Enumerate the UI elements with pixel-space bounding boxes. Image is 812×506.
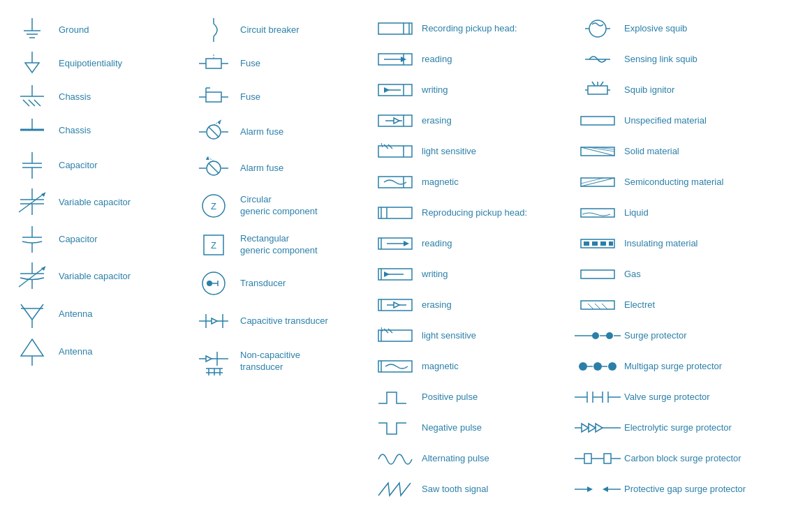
- row-alarm-fuse2: Alarm fuse: [189, 151, 370, 186]
- svg-rect-158: [609, 241, 613, 246]
- transducer-icon: [193, 268, 235, 299]
- row-valve-surge-protector: Valve surge protector: [573, 382, 812, 412]
- row-equipotientiality: Equipotientiality: [7, 47, 189, 80]
- svg-rect-187: [584, 454, 591, 463]
- explosive-squib-label: Explosive squib: [624, 23, 687, 35]
- capacitor1-label: Capacitor: [59, 160, 98, 172]
- svg-marker-122: [384, 271, 390, 277]
- circuit-breaker-icon: [193, 17, 235, 43]
- svg-marker-53: [217, 119, 223, 125]
- row-capacitor2: Capacitor: [7, 222, 189, 257]
- circular-generic-label: Circulargeneric component: [240, 194, 318, 218]
- svg-line-10: [34, 100, 40, 106]
- liquid-icon: [577, 204, 619, 221]
- column-3: Recording pickup head: reading: [370, 14, 573, 506]
- svg-rect-139: [588, 86, 607, 94]
- erasing2-icon: [374, 295, 416, 315]
- svg-rect-89: [378, 23, 412, 34]
- svg-line-152: [581, 178, 603, 184]
- reading2-label: reading: [422, 238, 452, 250]
- row-sensing-link-squib: Sensing link squib: [573, 45, 812, 74]
- carbon-block-surge-protector-label: Carbon block surge protector: [624, 453, 741, 465]
- sensing-link-squib-icon: [577, 48, 619, 70]
- circular-generic-icon: Z: [193, 191, 235, 221]
- writing2-label: writing: [422, 269, 448, 281]
- recording-pickup-head-label: Recording pickup head:: [422, 23, 517, 35]
- svg-rect-145: [581, 117, 614, 125]
- row-chassis2: Chassis: [7, 114, 189, 147]
- magnetic1-label: magnetic: [422, 177, 459, 188]
- antenna1-icon: [11, 299, 53, 329]
- chassis2-label: Chassis: [59, 125, 91, 137]
- row-insulating-material: Insulating material: [573, 229, 812, 258]
- svg-rect-105: [378, 146, 412, 157]
- svg-point-65: [207, 281, 212, 286]
- svg-text:Z: Z: [211, 240, 216, 251]
- row-squib-ignitor: Squib ignitor: [573, 75, 812, 105]
- sensing-link-squib-label: Sensing link squib: [624, 54, 697, 66]
- chassis2-icon: [11, 117, 53, 144]
- capacitor2-label: Capacitor: [59, 234, 98, 246]
- svg-marker-184: [596, 424, 603, 432]
- surge-protector-label: Surge protector: [624, 330, 687, 342]
- electret-label: Electret: [624, 299, 655, 311]
- row-gas: Gas: [573, 260, 812, 289]
- row-writing1: writing: [370, 75, 573, 105]
- row-alarm-fuse1: Alarm fuse: [189, 114, 370, 149]
- alternating-pulse-label: Alternating pulse: [422, 453, 489, 465]
- row-explosive-squib: Explosive squib: [573, 14, 812, 43]
- writing1-icon: [374, 80, 416, 100]
- row-negative-pulse: Negative pulse: [370, 413, 573, 442]
- reading2-icon: [374, 234, 416, 253]
- alarm-fuse2-icon: [193, 154, 235, 183]
- capacitor1-icon: [11, 151, 53, 180]
- row-multigap-surge-protector: Multigap surge protector: [573, 352, 812, 381]
- liquid-label: Liquid: [624, 207, 649, 219]
- semiconducting-material-icon: [577, 174, 619, 191]
- row-variable-capacitor2: Variable capacitor: [7, 258, 189, 295]
- light-sensitive2-label: light sensitive: [422, 330, 476, 342]
- row-writing2: writing: [370, 260, 573, 289]
- svg-marker-36: [21, 339, 43, 356]
- svg-line-142: [592, 82, 595, 86]
- row-circuit-breaker: Circuit breaker: [189, 14, 370, 46]
- svg-point-135: [589, 20, 606, 37]
- svg-marker-5: [25, 63, 39, 73]
- surge-protector-icon: [577, 327, 619, 344]
- svg-point-169: [579, 362, 587, 371]
- svg-line-109: [381, 143, 383, 147]
- valve-surge-protector-label: Valve surge protector: [624, 392, 710, 403]
- equipotientiality-icon: [11, 50, 53, 77]
- positive-pulse-label: Positive pulse: [422, 392, 478, 403]
- erasing1-icon: [374, 111, 416, 131]
- row-fuse2: Fuse: [189, 81, 370, 113]
- row-surge-protector: Surge protector: [573, 321, 812, 350]
- magnetic2-icon: [374, 357, 416, 376]
- row-carbon-block-surge-protector: Carbon block surge protector: [573, 444, 812, 473]
- reading1-icon: [374, 50, 416, 69]
- row-electrolytic-surge-protector: Electrolytic surge protector: [573, 413, 812, 442]
- svg-rect-44: [206, 92, 221, 102]
- svg-rect-128: [378, 330, 412, 341]
- saw-tooth-icon: [374, 477, 416, 501]
- reading1-label: reading: [422, 54, 452, 66]
- svg-marker-192: [587, 486, 593, 492]
- svg-point-173: [608, 362, 617, 371]
- writing2-icon: [374, 265, 416, 284]
- svg-line-8: [23, 100, 29, 106]
- solid-material-icon: [577, 143, 619, 160]
- svg-rect-156: [592, 241, 598, 246]
- row-semiconducting-material: Semiconducting material: [573, 168, 812, 197]
- svg-marker-182: [582, 424, 589, 432]
- capacitor2-icon: [11, 225, 53, 254]
- svg-line-162: [595, 304, 600, 309]
- positive-pulse-icon: [374, 385, 416, 409]
- electrolytic-surge-protector-icon: [577, 418, 619, 438]
- carbon-block-surge-protector-icon: [577, 448, 619, 469]
- non-capacitive-transducer-icon: [193, 343, 235, 380]
- svg-text:Z: Z: [211, 201, 216, 211]
- row-recording-pickup-head: Recording pickup head:: [370, 14, 573, 43]
- row-antenna2: Antenna: [7, 334, 189, 370]
- row-non-capacitive-transducer: Non-capacitivetransducer: [189, 341, 370, 382]
- fuse2-label: Fuse: [240, 91, 260, 103]
